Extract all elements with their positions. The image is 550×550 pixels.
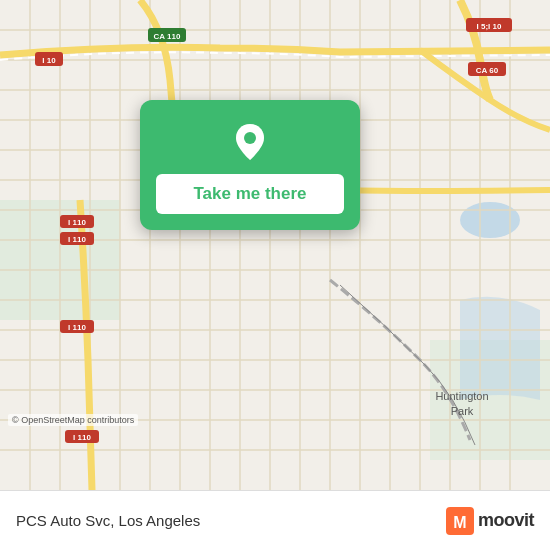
location-pin-icon — [228, 120, 272, 164]
moovit-text: moovit — [478, 510, 534, 531]
moovit-icon: M — [446, 507, 474, 535]
svg-point-3 — [460, 202, 520, 238]
svg-text:I 110: I 110 — [68, 235, 86, 244]
svg-text:CA 110: CA 110 — [154, 32, 181, 41]
moovit-logo: M moovit — [446, 507, 534, 535]
svg-text:I 110: I 110 — [68, 323, 86, 332]
svg-text:Park: Park — [451, 405, 474, 417]
bottom-bar: PCS Auto Svc, Los Angeles M moovit — [0, 490, 550, 550]
take-me-there-button[interactable]: Take me there — [156, 174, 344, 214]
popup-card: Take me there — [140, 100, 360, 230]
svg-text:I 5;I 10: I 5;I 10 — [477, 22, 502, 31]
map-container: I 10 CA 110 I 110 I 110 I 110 I 110 10 C… — [0, 0, 550, 490]
location-name: PCS Auto Svc, Los Angeles — [16, 512, 200, 529]
svg-text:Huntington: Huntington — [435, 390, 488, 402]
svg-text:CA 60: CA 60 — [476, 66, 499, 75]
map-attribution: © OpenStreetMap contributors — [8, 414, 138, 426]
svg-text:I 10: I 10 — [42, 56, 56, 65]
svg-text:M: M — [453, 514, 466, 531]
svg-text:I 110: I 110 — [73, 433, 91, 442]
svg-point-57 — [244, 132, 256, 144]
svg-text:I 110: I 110 — [68, 218, 86, 227]
